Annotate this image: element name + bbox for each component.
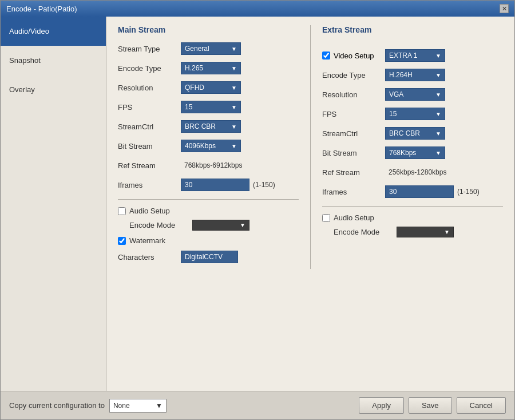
watermark-checkbox[interactable] <box>118 237 126 245</box>
encode-type-arrow: ▼ <box>231 65 237 72</box>
save-button[interactable]: Save <box>409 397 452 414</box>
sidebar-item-audio-video[interactable]: Audio/Video <box>1 17 106 46</box>
resolution-label: Resolution <box>118 84 181 92</box>
bitstream-row: Bit Stream 4096Kbps ▼ <box>118 138 299 153</box>
footer-left: Copy current configuration to None ▼ <box>9 399 167 413</box>
copy-select-arrow: ▼ <box>156 402 163 410</box>
extra-bitstream-select[interactable]: 768Kbps ▼ <box>385 146 445 159</box>
cancel-button[interactable]: Cancel <box>457 397 506 414</box>
close-icon: ✕ <box>502 5 507 13</box>
extra-refstream-label: Ref Stream <box>322 168 385 177</box>
extra-refstream-value: 256kbps-1280kbps <box>389 168 446 176</box>
streamctrl-label: StreamCtrl <box>118 122 181 131</box>
video-setup-label: Video Setup <box>334 51 374 60</box>
extra-stream-title: Extra Stream <box>322 25 371 34</box>
extra-encode-type-label: Encode Type <box>322 71 385 80</box>
iframes-label: Iframes <box>118 181 181 189</box>
video-setup-row: Video Setup EXTRA 1 ▼ <box>322 48 503 63</box>
characters-row: Characters DigitalCCTV <box>118 249 299 264</box>
bitstream-arrow: ▼ <box>231 143 237 149</box>
audio-setup-row: Audio Setup <box>118 207 299 215</box>
refstream-value: 768kbps-6912kbps <box>184 161 242 169</box>
bitstream-select[interactable]: 4096Kbps ▼ <box>181 140 241 152</box>
extra-encode-type-arrow: ▼ <box>435 72 441 78</box>
extra-bitstream-arrow: ▼ <box>435 150 441 156</box>
copy-label: Copy current configuration to <box>9 401 105 410</box>
extra-resolution-arrow: ▼ <box>435 92 441 98</box>
encode-type-select[interactable]: H.265 ▼ <box>181 62 241 74</box>
stream-divider <box>310 25 311 269</box>
extra-iframes-input[interactable] <box>385 185 454 198</box>
extra-audio-setup-label: Audio Setup <box>334 213 374 222</box>
refstream-label: Ref Stream <box>118 161 181 170</box>
iframes-input[interactable] <box>181 179 249 191</box>
video-setup-select[interactable]: EXTRA 1 ▼ <box>385 49 445 62</box>
resolution-select[interactable]: QFHD ▼ <box>181 81 241 94</box>
extra-bitstream-label: Bit Stream <box>322 149 385 157</box>
bitstream-label: Bit Stream <box>118 142 181 150</box>
extra-refstream-row: Ref Stream 256kbps-1280kbps <box>322 165 503 180</box>
extra-stream-section: Extra Stream Video Setup EXTRA 1 ▼ <box>322 25 503 269</box>
streamctrl-row: StreamCtrl BRC CBR ▼ <box>118 119 299 134</box>
stream-type-select[interactable]: General ▼ <box>181 42 241 55</box>
video-setup-checkbox[interactable] <box>322 51 330 60</box>
extra-fps-row: FPS 15 ▼ <box>322 106 503 121</box>
extra-streamctrl-row: StreamCtrl BRC CBR ▼ <box>322 126 503 141</box>
footer: Copy current configuration to None ▼ App… <box>1 391 514 419</box>
extra-audio-setup-row: Audio Setup <box>322 213 503 222</box>
extra-encode-mode-arrow: ▼ <box>444 229 450 235</box>
fps-label: FPS <box>118 103 181 112</box>
watermark-section: Watermark Characters DigitalCCTV <box>118 236 299 264</box>
close-button[interactable]: ✕ <box>500 4 509 13</box>
extra-encode-mode-row: Encode Mode ▼ <box>322 227 503 237</box>
fps-select[interactable]: 15 ▼ <box>181 101 241 113</box>
stream-type-arrow: ▼ <box>231 46 237 52</box>
main-stream-section: Main Stream Stream Type General ▼ Encode… <box>118 25 299 269</box>
fps-row: FPS 15 ▼ <box>118 100 299 114</box>
encode-mode-select[interactable]: ▼ <box>192 220 249 231</box>
window-title: Encode - Patio(Patio) <box>6 5 77 13</box>
iframes-range: (1-150) <box>253 181 275 189</box>
characters-input[interactable]: DigitalCCTV <box>181 251 238 263</box>
extra-resolution-select[interactable]: VGA ▼ <box>385 88 445 101</box>
extra-bitstream-row: Bit Stream 768Kbps ▼ <box>322 145 503 160</box>
video-setup-arrow: ▼ <box>435 53 441 59</box>
sidebar-item-overlay[interactable]: Overlay <box>1 75 106 104</box>
audio-setup-checkbox[interactable] <box>118 207 126 215</box>
encode-mode-label: Encode Mode <box>129 221 192 229</box>
extra-audio-setup-checkbox[interactable] <box>322 214 330 222</box>
extra-encode-mode-label: Encode Mode <box>334 228 397 236</box>
extra-fps-select[interactable]: 15 ▼ <box>385 108 445 120</box>
extra-iframes-row: Iframes (1-150) <box>322 184 503 199</box>
refstream-row: Ref Stream 768kbps-6912kbps <box>118 158 299 173</box>
characters-label: Characters <box>118 253 181 261</box>
extra-fps-label: FPS <box>322 110 385 118</box>
sidebar: Audio/Video Snapshot Overlay <box>1 17 106 391</box>
encode-type-row: Encode Type H.265 ▼ <box>118 61 299 76</box>
footer-buttons: Apply Save Cancel <box>359 397 506 414</box>
copy-select[interactable]: None ▼ <box>109 399 167 413</box>
sidebar-item-snapshot[interactable]: Snapshot <box>1 46 106 75</box>
resolution-row: Resolution QFHD ▼ <box>118 80 299 95</box>
streamctrl-select[interactable]: BRC CBR ▼ <box>181 120 241 133</box>
extra-encode-mode-select[interactable]: ▼ <box>397 227 454 237</box>
audio-setup-label: Audio Setup <box>129 207 170 215</box>
extra-stream-header: Extra Stream <box>322 25 503 41</box>
main-window: Encode - Patio(Patio) ✕ Audio/Video Snap… <box>0 0 515 420</box>
encode-type-label: Encode Type <box>118 64 181 73</box>
stream-type-row: Stream Type General ▼ <box>118 41 299 56</box>
streamctrl-arrow: ▼ <box>231 124 237 130</box>
extra-encode-type-select[interactable]: H.264H ▼ <box>385 69 445 81</box>
fps-arrow: ▼ <box>231 104 237 110</box>
watermark-label: Watermark <box>129 236 165 245</box>
extra-streamctrl-label: StreamCtrl <box>322 129 385 138</box>
encode-mode-row: Encode Mode ▼ <box>118 220 299 231</box>
iframes-row: Iframes (1-150) <box>118 177 299 192</box>
extra-fps-arrow: ▼ <box>435 111 441 117</box>
extra-iframes-label: Iframes <box>322 188 385 196</box>
extra-iframes-range: (1-150) <box>457 188 480 196</box>
extra-resolution-label: Resolution <box>322 90 385 99</box>
apply-button[interactable]: Apply <box>359 397 404 414</box>
extra-streamctrl-select[interactable]: BRC CBR ▼ <box>385 127 445 140</box>
watermark-row: Watermark <box>118 236 299 245</box>
